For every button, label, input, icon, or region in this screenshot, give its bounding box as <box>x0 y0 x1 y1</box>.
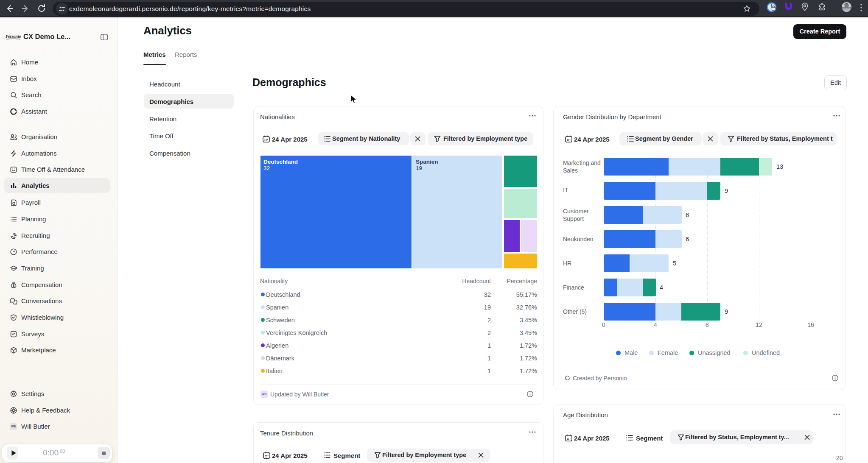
svg-text:Personio: Personio <box>6 34 21 39</box>
